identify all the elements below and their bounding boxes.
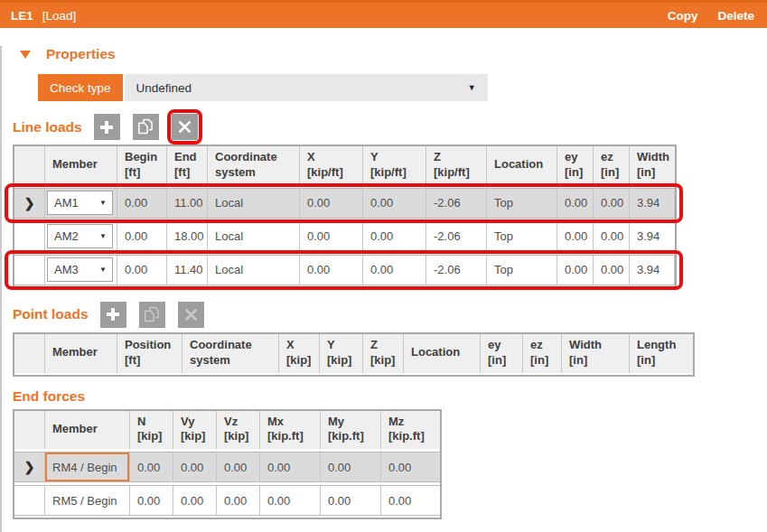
cell-coordinate-system[interactable]: Local bbox=[208, 222, 300, 251]
cell-begin[interactable]: 0.00 bbox=[117, 256, 167, 285]
cell-end[interactable]: 11.40 bbox=[167, 256, 208, 285]
header-ez: ez[in] bbox=[523, 334, 562, 373]
cell-vz[interactable]: 0.00 bbox=[217, 486, 260, 515]
header-y: Y[kip] bbox=[320, 334, 363, 373]
cell-x[interactable]: 0.00 bbox=[300, 222, 363, 251]
line-loads-toolbar bbox=[94, 114, 198, 140]
member-select[interactable]: AM3▼ bbox=[47, 257, 113, 282]
cell-ey[interactable]: 0.00 bbox=[557, 189, 594, 218]
chevron-down-icon: ▼ bbox=[99, 232, 107, 240]
line-loads-section-header: Line loads bbox=[13, 114, 767, 140]
header-mz: Mz[kip.ft] bbox=[381, 411, 440, 450]
cell-vy[interactable]: 0.00 bbox=[173, 486, 217, 515]
cell-mz[interactable]: 0.00 bbox=[381, 453, 440, 481]
delete-line-load-button[interactable] bbox=[172, 114, 198, 140]
point-loads-toolbar bbox=[100, 302, 204, 328]
member-cell[interactable]: RM5 / Begin bbox=[45, 486, 130, 515]
end-force-row[interactable]: ❯ RM4 / Begin 0.00 0.00 0.00 0.00 0.00 0… bbox=[14, 452, 440, 482]
header-my: My[kip.ft] bbox=[321, 411, 381, 450]
copy-point-load-button[interactable] bbox=[139, 302, 165, 328]
end-forces-section-header: End forces bbox=[13, 388, 767, 405]
point-loads-header-row: Member Position[ft] Coordinatesystem X[k… bbox=[14, 334, 693, 373]
header-begin: Begin[ft] bbox=[117, 146, 167, 185]
member-select[interactable]: AM1▼ bbox=[47, 191, 113, 215]
title-bar: LE1 [Load] Copy Delete bbox=[0, 0, 767, 28]
row-selector-cell[interactable] bbox=[14, 256, 45, 285]
point-loads-section-header: Point loads bbox=[13, 302, 767, 328]
row-selector-cell[interactable]: ❯ bbox=[14, 453, 45, 481]
cell-y[interactable]: 0.00 bbox=[363, 256, 426, 285]
row-selector-cell[interactable]: ❯ bbox=[14, 189, 45, 218]
cell-vy[interactable]: 0.00 bbox=[173, 453, 217, 481]
chevron-down-icon: ▼ bbox=[99, 199, 107, 207]
cell-n[interactable]: 0.00 bbox=[130, 453, 173, 481]
copy-line-load-button[interactable] bbox=[133, 114, 159, 140]
cell-location[interactable]: Top bbox=[487, 189, 557, 218]
cell-mx[interactable]: 0.00 bbox=[260, 453, 321, 481]
cell-coordinate-system[interactable]: Local bbox=[208, 189, 300, 218]
line-loads-title: Line loads bbox=[13, 119, 82, 135]
row-expand-chevron-icon: ❯ bbox=[24, 460, 35, 474]
cell-vz[interactable]: 0.00 bbox=[217, 453, 260, 481]
properties-section-header[interactable]: Properties bbox=[13, 46, 767, 62]
member-cell: AM1▼ bbox=[45, 189, 117, 218]
cell-z[interactable]: -2.06 bbox=[426, 222, 487, 251]
row-selector-cell[interactable] bbox=[14, 486, 45, 515]
header-z: Z[kip/ft] bbox=[426, 146, 487, 185]
cell-x[interactable]: 0.00 bbox=[300, 256, 363, 285]
cell-coordinate-system[interactable]: Local bbox=[208, 256, 300, 285]
header-vz: Vz[kip] bbox=[217, 411, 260, 450]
cell-ez[interactable]: 0.00 bbox=[594, 256, 630, 285]
header-mx: Mx[kip.ft] bbox=[260, 411, 321, 450]
line-load-row[interactable]: ❯ AM1▼ 0.00 11.00 Local 0.00 0.00 -2.06 … bbox=[14, 188, 675, 219]
header-ey: ey[in] bbox=[557, 146, 594, 185]
add-line-load-button[interactable] bbox=[94, 114, 120, 140]
header-location: Location bbox=[404, 334, 481, 373]
cell-ez[interactable]: 0.00 bbox=[594, 189, 630, 218]
cell-width[interactable]: 3.94 bbox=[630, 256, 675, 285]
check-type-button[interactable]: Check type bbox=[38, 74, 123, 101]
cell-x[interactable]: 0.00 bbox=[300, 189, 363, 218]
cell-width[interactable]: 3.94 bbox=[630, 222, 675, 251]
chevron-down-icon: ▼ bbox=[99, 266, 107, 274]
member-select[interactable]: AM2▼ bbox=[47, 224, 113, 248]
panel-body: Properties Check type Undefined ▼ Line l… bbox=[0, 46, 767, 532]
cell-location[interactable]: Top bbox=[487, 222, 557, 251]
cell-begin[interactable]: 0.00 bbox=[117, 189, 167, 218]
cell-ey[interactable]: 0.00 bbox=[557, 222, 594, 251]
end-forces-title: End forces bbox=[13, 388, 85, 405]
cell-n[interactable]: 0.00 bbox=[130, 486, 173, 515]
cell-width[interactable]: 3.94 bbox=[630, 189, 675, 218]
end-force-row[interactable]: RM5 / Begin 0.00 0.00 0.00 0.00 0.00 0.0… bbox=[14, 485, 440, 516]
cell-mz[interactable]: 0.00 bbox=[381, 486, 440, 515]
header-width: Width[in] bbox=[562, 334, 630, 373]
header-coordinate-system: Coordinatesystem bbox=[208, 146, 300, 185]
cell-y[interactable]: 0.00 bbox=[363, 189, 426, 218]
cell-y[interactable]: 0.00 bbox=[363, 222, 426, 251]
cell-end[interactable]: 18.00 bbox=[167, 222, 208, 251]
member-cell: AM3▼ bbox=[45, 256, 117, 285]
cell-begin[interactable]: 0.00 bbox=[117, 222, 167, 251]
member-cell[interactable]: RM4 / Begin bbox=[45, 453, 130, 481]
cell-location[interactable]: Top bbox=[487, 256, 557, 285]
line-load-row[interactable]: AM2▼ 0.00 18.00 Local 0.00 0.00 -2.06 To… bbox=[14, 221, 675, 252]
header-coordinate-system: Coordinatesystem bbox=[182, 334, 279, 373]
cell-mx[interactable]: 0.00 bbox=[260, 486, 321, 515]
cell-ez[interactable]: 0.00 bbox=[594, 222, 630, 251]
cell-my[interactable]: 0.00 bbox=[321, 486, 381, 515]
collapse-triangle-icon[interactable] bbox=[20, 51, 31, 59]
row-selector-cell[interactable] bbox=[14, 222, 45, 251]
header-selector bbox=[14, 334, 45, 373]
line-load-row[interactable]: AM3▼ 0.00 11.40 Local 0.00 0.00 -2.06 To… bbox=[14, 255, 675, 285]
check-type-dropdown[interactable]: Undefined ▼ bbox=[125, 74, 488, 101]
delete-button[interactable]: Delete bbox=[717, 9, 754, 23]
add-point-load-button[interactable] bbox=[100, 302, 126, 328]
cell-z[interactable]: -2.06 bbox=[426, 189, 487, 218]
cell-ey[interactable]: 0.00 bbox=[557, 256, 594, 285]
cell-my[interactable]: 0.00 bbox=[321, 453, 381, 481]
delete-point-load-button[interactable] bbox=[178, 302, 204, 328]
header-location: Location bbox=[487, 146, 557, 185]
copy-button[interactable]: Copy bbox=[668, 9, 698, 23]
cell-z[interactable]: -2.06 bbox=[426, 256, 487, 285]
cell-end[interactable]: 11.00 bbox=[167, 189, 208, 218]
